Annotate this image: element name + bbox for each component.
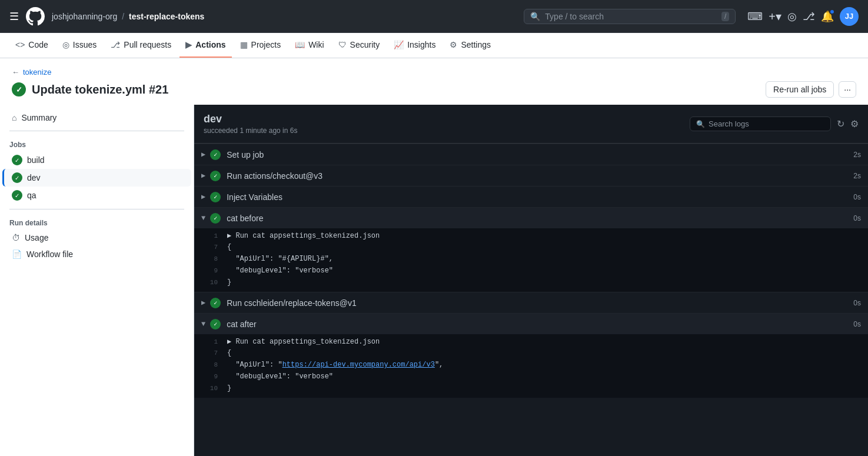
sidebar-item-workflow-file[interactable]: 📄 Workflow file: [2, 246, 191, 262]
api-url-link[interactable]: https://api-dev.mycompany.com/api/v3: [282, 361, 435, 369]
line-text-1: ▶ Run cat appsettings_tokenized.json: [227, 231, 380, 240]
log-line-7: 7 {: [194, 242, 868, 254]
log-content-cat-after: 1 ▶ Run cat appsettings_tokenized.json 7…: [194, 334, 868, 398]
build-status-icon: ✓: [12, 155, 22, 165]
line-text-10: }: [227, 278, 231, 287]
step-checkout-time: 2s: [853, 172, 861, 180]
after-line-num-1: 1: [201, 338, 218, 345]
log-after-line-7: 7 {: [194, 348, 868, 360]
nav-label-code: Code: [28, 40, 48, 49]
log-search-bar[interactable]: 🔍: [690, 117, 831, 131]
sidebar-build-label: build: [27, 155, 45, 165]
breadcrumb: ← tokenize: [12, 68, 856, 76]
line-text-7: {: [227, 243, 231, 251]
repo-owner-link[interactable]: joshjohanning-org: [52, 12, 117, 21]
step-cat-after[interactable]: ▼ ✓ cat after 0s: [194, 313, 868, 334]
step-replace-label: Run cschleiden/replace-tokens@v1: [227, 298, 853, 308]
projects-nav-icon: ▦: [240, 40, 248, 49]
nav-item-pull-requests[interactable]: ⎇ Pull requests: [105, 33, 177, 58]
chevron-right-icon: ▶: [201, 150, 205, 159]
log-line-9: 9 "debugLevel": "verbose": [194, 266, 868, 278]
after-line-num-7: 7: [201, 350, 218, 357]
search-bar[interactable]: 🔍 /: [524, 9, 736, 24]
home-icon: ⌂: [12, 113, 16, 122]
code-icon: <>: [15, 40, 25, 49]
more-options-button[interactable]: ···: [839, 81, 856, 98]
insights-nav-icon: 📈: [394, 40, 404, 49]
hamburger-icon[interactable]: ☰: [9, 10, 19, 23]
log-search-input[interactable]: [709, 119, 824, 128]
step-replace[interactable]: ▶ ✓ Run cschleiden/replace-tokens@v1 0s: [194, 292, 868, 313]
after-line-text-7: {: [227, 349, 231, 357]
nav-label-pr: Pull requests: [124, 40, 171, 49]
sidebar-item-summary[interactable]: ⌂ Summary: [2, 109, 191, 126]
refresh-icon[interactable]: ↻: [837, 118, 844, 129]
breadcrumb-link[interactable]: tokenize: [23, 68, 51, 76]
after-line-num-9: 9: [201, 373, 218, 380]
qa-status-icon: ✓: [12, 190, 22, 201]
nav-item-projects[interactable]: ▦ Projects: [234, 33, 287, 58]
nav-label-security: Security: [350, 40, 380, 49]
security-nav-icon: 🛡: [338, 40, 347, 49]
log-job-meta: succeeded 1 minute ago in 6s: [204, 127, 297, 135]
replace-status-icon: ✓: [210, 298, 221, 308]
line-num-9: 9: [201, 267, 218, 274]
log-line-1: 1 ▶ Run cat appsettings_tokenized.json: [194, 231, 868, 242]
usage-icon: ⏱: [12, 233, 20, 242]
nav-item-code[interactable]: <> Code: [9, 33, 54, 58]
nav-item-security[interactable]: 🛡 Security: [332, 33, 386, 58]
repo-path-sep: /: [122, 12, 124, 21]
avatar[interactable]: JJ: [840, 7, 859, 26]
settings-nav-icon: ⚙: [450, 40, 457, 49]
jobs-section-title: Jobs: [0, 136, 194, 151]
issues-nav-icon: ◎: [62, 40, 69, 49]
rerun-all-jobs-button[interactable]: Re-run all jobs: [766, 81, 834, 98]
step-checkout[interactable]: ▶ ✓ Run actions/checkout@v3 2s: [194, 165, 868, 186]
sidebar-item-build[interactable]: ✓ build: [2, 151, 191, 169]
search-input[interactable]: [545, 12, 717, 21]
step-inject[interactable]: ▶ ✓ Inject Variables 0s: [194, 186, 868, 207]
wiki-nav-icon: 📖: [295, 40, 305, 49]
step-cat-before[interactable]: ▼ ✓ cat before 0s: [194, 207, 868, 228]
nav-item-actions[interactable]: ▶ Actions: [179, 33, 231, 58]
issues-icon[interactable]: ◎: [787, 10, 797, 23]
log-line-10: 10 }: [194, 278, 868, 289]
nav-item-settings[interactable]: ⚙ Settings: [444, 33, 497, 58]
nav-label-settings: Settings: [461, 40, 491, 49]
nav-item-wiki[interactable]: 📖 Wiki: [289, 33, 330, 58]
notification-dot: [829, 9, 835, 15]
nav-item-insights[interactable]: 📈 Insights: [388, 33, 441, 58]
chevron-right-icon-2: ▶: [201, 171, 205, 180]
line-text-9: "debugLevel": "verbose": [227, 267, 333, 275]
step-cat-before-label: cat before: [227, 214, 853, 223]
log-search-icon: 🔍: [696, 120, 705, 128]
sidebar-item-usage[interactable]: ⏱ Usage: [2, 229, 191, 246]
add-icon[interactable]: +▾: [769, 9, 781, 24]
step-setup-job-label: Set up job: [227, 150, 853, 159]
line-num-8: 8: [201, 255, 218, 262]
step-replace-time: 0s: [853, 299, 861, 307]
dev-status-icon: ✓: [12, 172, 22, 183]
sidebar-item-dev[interactable]: ✓ dev: [2, 169, 191, 187]
chevron-right-icon-3: ▶: [201, 192, 205, 201]
search-icon: 🔍: [530, 12, 540, 21]
log-after-line-8: 8 "ApiUrl": "https://api-dev.mycompany.c…: [194, 360, 868, 372]
repo-nav: <> Code ◎ Issues ⎇ Pull requests ▶ Actio…: [0, 33, 868, 58]
step-setup-job[interactable]: ▶ ✓ Set up job 2s: [194, 144, 868, 165]
nav-label-insights: Insights: [407, 40, 435, 49]
log-after-line-9: 9 "debugLevel": "verbose": [194, 372, 868, 384]
sidebar-item-qa[interactable]: ✓ qa: [2, 187, 191, 204]
step-cat-after-time: 0s: [853, 320, 861, 328]
run-status-icon: ✓: [12, 82, 26, 96]
page-title-text: Update tokenize.yml #21: [32, 83, 168, 96]
log-after-line-1: 1 ▶ Run cat appsettings_tokenized.json: [194, 337, 868, 348]
sidebar-separator-1: [9, 131, 184, 131]
setup-job-status-icon: ✓: [210, 149, 221, 160]
pr-icon[interactable]: ⎇: [803, 10, 815, 23]
nav-item-issues[interactable]: ◎ Issues: [56, 33, 102, 58]
notification-icon[interactable]: 🔔: [821, 10, 834, 23]
terminal-icon[interactable]: ⌨: [747, 10, 763, 23]
settings-log-icon[interactable]: ⚙: [850, 118, 859, 129]
log-panel: dev succeeded 1 minute ago in 6s 🔍 ↻ ⚙ ▶…: [194, 105, 868, 456]
sidebar: ⌂ Summary Jobs ✓ build ✓ dev ✓ qa Run de…: [0, 105, 194, 456]
